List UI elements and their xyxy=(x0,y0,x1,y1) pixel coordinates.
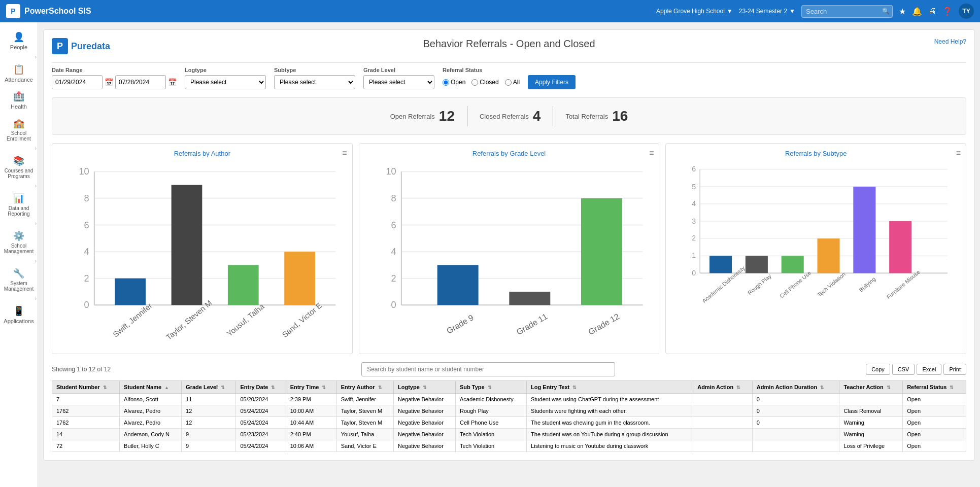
col-admin-action-duration[interactable]: Admin Action Duration ⇅ xyxy=(752,381,839,394)
svg-text:2: 2 xyxy=(692,234,696,242)
calendar-icon-start[interactable]: 📅 xyxy=(105,78,113,86)
enrollment-icon: 🏫 xyxy=(13,118,24,129)
app-logo[interactable]: P PowerSchool SIS xyxy=(6,4,91,18)
chart-author-menu[interactable]: ≡ xyxy=(342,149,347,158)
table-search-input[interactable] xyxy=(361,362,615,376)
svg-text:Bullying: Bullying xyxy=(858,276,877,293)
col-admin-action[interactable]: Admin Action ⇅ xyxy=(693,381,753,394)
search-input[interactable] xyxy=(801,5,893,18)
col-entry-time[interactable]: Entry Time ⇅ xyxy=(286,381,336,394)
health-icon: 🏥 xyxy=(13,91,24,102)
apply-filters-button[interactable]: Apply Filters xyxy=(528,75,576,89)
system-icon: 🔧 xyxy=(13,268,24,279)
svg-rect-15 xyxy=(172,185,202,305)
referrals-table: Student Number ⇅ Student Name ▲ Grade Le… xyxy=(52,380,966,452)
chart-author-svg: 10 8 6 4 2 0 Swift, Jennifer xyxy=(58,161,346,346)
subtype-label: Subtype xyxy=(274,67,355,73)
total-referrals-label: Total Referrals xyxy=(565,113,608,120)
search-button[interactable]: 🔍 xyxy=(882,8,890,15)
school-selector[interactable]: Apple Grove High School ▼ xyxy=(656,8,733,15)
sidebar-item-data-reporting[interactable]: 📊 Data and Reporting xyxy=(0,189,38,221)
chart-grade-title: Referrals by Grade Level xyxy=(365,150,653,157)
subtype-select[interactable]: Please select xyxy=(274,75,355,89)
radio-open-label[interactable]: Open xyxy=(443,79,465,86)
calendar-icon-end[interactable]: 📅 xyxy=(168,78,177,86)
svg-text:0: 0 xyxy=(391,300,396,310)
excel-button[interactable]: Excel xyxy=(917,364,941,375)
sidebar-label-health: Health xyxy=(11,103,27,110)
sidebar-item-attendance[interactable]: 📋 Attendance xyxy=(0,60,38,87)
chart-subtype-menu[interactable]: ≡ xyxy=(956,149,961,158)
sidebar-label-data: Data and Reporting xyxy=(2,205,36,217)
radio-closed-label[interactable]: Closed xyxy=(471,79,498,86)
svg-rect-62 xyxy=(854,187,876,273)
col-entry-author[interactable]: Entry Author ⇅ xyxy=(336,381,393,394)
col-grade-level[interactable]: Grade Level ⇅ xyxy=(182,381,236,394)
col-entry-date[interactable]: Entry Date ⇅ xyxy=(236,381,286,394)
date-end-input[interactable] xyxy=(115,75,166,89)
col-referral-status[interactable]: Referral Status ⇅ xyxy=(903,381,966,394)
col-sub-type[interactable]: Sub Type ⇅ xyxy=(455,381,526,394)
sidebar-item-school-management[interactable]: ⚙️ School Management xyxy=(0,226,38,258)
content-card: P Puredata Behavior Referrals - Open and… xyxy=(43,29,975,461)
svg-text:6: 6 xyxy=(692,165,696,173)
sidebar-item-school-enrollment[interactable]: 🏫 School Enrollment xyxy=(0,114,38,146)
radio-closed[interactable] xyxy=(471,79,478,86)
export-buttons: Copy CSV Excel Print xyxy=(866,364,966,375)
svg-rect-16 xyxy=(228,265,259,305)
radio-all[interactable] xyxy=(505,79,512,86)
col-teacher-action[interactable]: Teacher Action ⇅ xyxy=(839,381,903,394)
chart-subtype-svg: 6 5 4 3 2 1 0 xyxy=(672,161,960,305)
svg-rect-36 xyxy=(437,265,478,305)
copy-button[interactable]: Copy xyxy=(866,364,890,375)
star-icon[interactable]: ★ xyxy=(899,7,906,16)
table-controls: Showing 1 to 12 of 12 Copy CSV Excel Pri… xyxy=(52,362,966,376)
sidebar-item-applications[interactable]: 📱 Applications xyxy=(0,301,38,328)
top-navigation: P PowerSchool SIS Apple Grove High Schoo… xyxy=(0,0,980,22)
col-logtype[interactable]: Logtype ⇅ xyxy=(393,381,455,394)
radio-all-label[interactable]: All xyxy=(505,79,520,86)
sidebar: 👤 People › 📋 Attendance 🏥 Health 🏫 Schoo… xyxy=(0,22,38,487)
sidebar-item-system-management[interactable]: 🔧 System Management xyxy=(0,264,38,296)
sidebar-label-people: People xyxy=(10,44,27,50)
need-help-link[interactable]: Need Help? xyxy=(934,38,966,45)
ps-logo-icon: P xyxy=(6,4,20,18)
nav-right-section: Apple Grove High School ▼ 23-24 Semester… xyxy=(656,4,974,19)
logtype-select[interactable]: Please select xyxy=(185,75,266,89)
sidebar-item-people[interactable]: 👤 People xyxy=(0,27,38,54)
total-referrals-stat: Total Referrals 16 xyxy=(553,108,640,124)
csv-button[interactable]: CSV xyxy=(892,364,915,375)
help-icon[interactable]: ❓ xyxy=(942,7,953,16)
user-avatar[interactable]: TY xyxy=(959,4,974,19)
bell-icon[interactable]: 🔔 xyxy=(912,7,922,16)
print-icon[interactable]: 🖨 xyxy=(928,7,936,16)
sidebar-item-courses[interactable]: 📚 Courses and Programs xyxy=(0,151,38,183)
main-content: P Puredata Behavior Referrals - Open and… xyxy=(38,22,980,487)
showing-text: Showing 1 to 12 of 12 xyxy=(52,366,111,373)
logtype-filter: Logtype Please select xyxy=(185,67,266,89)
open-referrals-label: Open Referrals xyxy=(390,113,435,120)
col-student-name[interactable]: Student Name ▲ xyxy=(120,381,182,394)
svg-text:Swift, Jennifer: Swift, Jennifer xyxy=(111,301,154,339)
sidebar-item-health[interactable]: 🏥 Health xyxy=(0,87,38,114)
svg-rect-17 xyxy=(284,252,315,305)
table-container: Student Number ⇅ Student Name ▲ Grade Le… xyxy=(52,380,966,452)
svg-text:Sand, Victor E: Sand, Victor E xyxy=(280,301,323,339)
radio-closed-text: Closed xyxy=(480,79,498,86)
svg-text:Grade 12: Grade 12 xyxy=(587,311,621,336)
date-start-input[interactable] xyxy=(52,75,103,89)
col-log-entry-text[interactable]: Log Entry Text ⇅ xyxy=(527,381,693,394)
semester-selector[interactable]: 23-24 Semester 2 ▼ xyxy=(739,8,795,15)
svg-text:Tech Violation: Tech Violation xyxy=(816,271,847,298)
date-range-filter: Date Range 📅 📅 xyxy=(52,67,177,89)
svg-text:8: 8 xyxy=(391,193,396,203)
open-referrals-value: 12 xyxy=(439,108,455,124)
chart-subtype: Referrals by Subtype ≡ 6 5 4 3 xyxy=(665,143,966,354)
radio-open[interactable] xyxy=(443,79,449,86)
chart-grade-menu[interactable]: ≡ xyxy=(649,149,654,158)
stats-bar: Open Referrals 12 Closed Referrals 4 Tot… xyxy=(52,97,966,135)
print-button[interactable]: Print xyxy=(943,364,966,375)
grade-level-select[interactable]: Please select xyxy=(363,75,434,89)
col-student-number[interactable]: Student Number ⇅ xyxy=(52,381,120,394)
svg-text:10: 10 xyxy=(386,166,396,177)
